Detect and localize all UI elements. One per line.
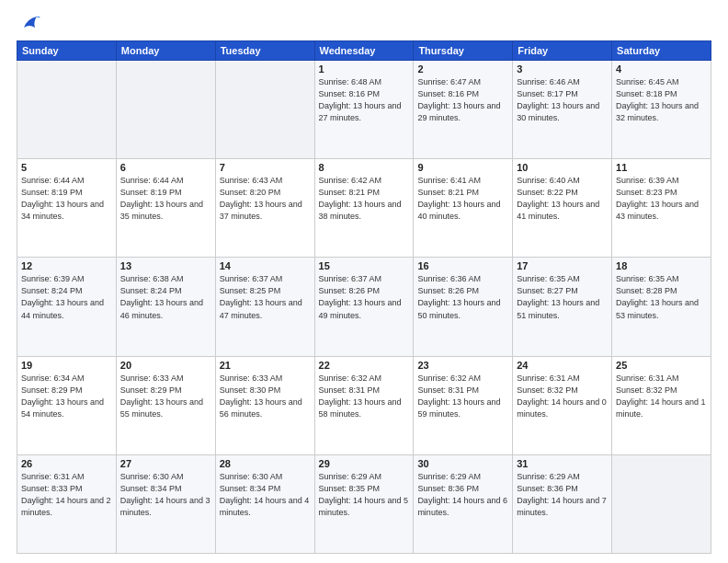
calendar-cell: 5Sunrise: 6:44 AM Sunset: 8:19 PM Daylig… <box>17 159 117 258</box>
calendar-cell: 17Sunrise: 6:35 AM Sunset: 8:27 PM Dayli… <box>513 258 612 356</box>
day-info: Sunrise: 6:47 AM Sunset: 8:16 PM Dayligh… <box>417 76 508 124</box>
calendar-cell: 18Sunrise: 6:35 AM Sunset: 8:28 PM Dayli… <box>612 258 711 356</box>
day-info: Sunrise: 6:43 AM Sunset: 8:20 PM Dayligh… <box>220 175 311 223</box>
day-number: 4 <box>616 63 707 75</box>
day-number: 26 <box>21 458 112 469</box>
day-number: 11 <box>616 162 707 173</box>
day-number: 9 <box>417 162 508 173</box>
day-info: Sunrise: 6:35 AM Sunset: 8:27 PM Dayligh… <box>517 273 608 321</box>
calendar-cell: 26Sunrise: 6:31 AM Sunset: 8:33 PM Dayli… <box>17 454 117 553</box>
day-info: Sunrise: 6:41 AM Sunset: 8:21 PM Dayligh… <box>417 175 508 223</box>
weekday-header-friday: Friday <box>513 41 612 61</box>
day-info: Sunrise: 6:46 AM Sunset: 8:17 PM Dayligh… <box>517 76 608 124</box>
day-info: Sunrise: 6:31 AM Sunset: 8:32 PM Dayligh… <box>616 373 707 420</box>
day-info: Sunrise: 6:39 AM Sunset: 8:24 PM Dayligh… <box>21 273 112 321</box>
calendar-cell <box>17 61 117 159</box>
day-info: Sunrise: 6:37 AM Sunset: 8:26 PM Dayligh… <box>319 273 410 321</box>
weekday-header-tuesday: Tuesday <box>215 41 314 61</box>
day-info: Sunrise: 6:40 AM Sunset: 8:22 PM Dayligh… <box>517 175 608 223</box>
day-number: 1 <box>319 63 410 75</box>
page: SundayMondayTuesdayWednesdayThursdayFrid… <box>0 0 728 563</box>
calendar-cell: 12Sunrise: 6:39 AM Sunset: 8:24 PM Dayli… <box>17 258 117 356</box>
calendar-cell: 9Sunrise: 6:41 AM Sunset: 8:21 PM Daylig… <box>414 159 513 258</box>
day-info: Sunrise: 6:29 AM Sunset: 8:36 PM Dayligh… <box>517 471 608 519</box>
day-info: Sunrise: 6:31 AM Sunset: 8:32 PM Dayligh… <box>517 373 608 420</box>
calendar-cell: 21Sunrise: 6:33 AM Sunset: 8:30 PM Dayli… <box>215 356 314 454</box>
day-number: 30 <box>417 458 508 469</box>
weekday-header-monday: Monday <box>116 41 215 61</box>
calendar-cell: 14Sunrise: 6:37 AM Sunset: 8:25 PM Dayli… <box>215 258 314 356</box>
day-number: 13 <box>120 260 211 271</box>
day-info: Sunrise: 6:36 AM Sunset: 8:26 PM Dayligh… <box>417 273 508 321</box>
calendar-cell: 19Sunrise: 6:34 AM Sunset: 8:29 PM Dayli… <box>17 356 117 454</box>
calendar-cell: 11Sunrise: 6:39 AM Sunset: 8:23 PM Dayli… <box>612 159 711 258</box>
logo-bird-icon <box>20 15 40 31</box>
calendar-cell: 27Sunrise: 6:30 AM Sunset: 8:34 PM Dayli… <box>116 454 215 553</box>
day-number: 8 <box>319 162 410 173</box>
day-number: 28 <box>220 458 311 469</box>
calendar-cell: 28Sunrise: 6:30 AM Sunset: 8:34 PM Dayli… <box>215 454 314 553</box>
day-number: 5 <box>21 162 112 173</box>
calendar-cell: 24Sunrise: 6:31 AM Sunset: 8:32 PM Dayli… <box>513 356 612 454</box>
day-number: 21 <box>220 360 311 371</box>
day-info: Sunrise: 6:32 AM Sunset: 8:31 PM Dayligh… <box>319 373 410 420</box>
weekday-header-thursday: Thursday <box>414 41 513 61</box>
calendar-cell: 8Sunrise: 6:42 AM Sunset: 8:21 PM Daylig… <box>314 159 414 258</box>
day-number: 14 <box>220 260 311 271</box>
calendar-cell: 25Sunrise: 6:31 AM Sunset: 8:32 PM Dayli… <box>612 356 711 454</box>
calendar-cell <box>215 61 314 159</box>
day-number: 6 <box>120 162 211 173</box>
weekday-header-sunday: Sunday <box>17 41 117 61</box>
weekday-header-wednesday: Wednesday <box>314 41 414 61</box>
day-info: Sunrise: 6:30 AM Sunset: 8:34 PM Dayligh… <box>220 471 311 519</box>
day-number: 20 <box>120 360 211 371</box>
day-info: Sunrise: 6:33 AM Sunset: 8:30 PM Dayligh… <box>220 373 311 420</box>
day-number: 2 <box>417 63 508 75</box>
day-info: Sunrise: 6:42 AM Sunset: 8:21 PM Dayligh… <box>319 175 410 223</box>
day-info: Sunrise: 6:34 AM Sunset: 8:29 PM Dayligh… <box>21 373 112 420</box>
day-number: 18 <box>616 260 707 271</box>
day-number: 19 <box>21 360 112 371</box>
day-number: 31 <box>517 458 608 469</box>
calendar-cell: 2Sunrise: 6:47 AM Sunset: 8:16 PM Daylig… <box>414 61 513 159</box>
day-number: 15 <box>319 260 410 271</box>
calendar-cell: 30Sunrise: 6:29 AM Sunset: 8:36 PM Dayli… <box>414 454 513 553</box>
day-number: 25 <box>616 360 707 371</box>
day-number: 23 <box>417 360 508 371</box>
calendar-cell <box>116 61 215 159</box>
day-number: 16 <box>417 260 508 271</box>
day-info: Sunrise: 6:33 AM Sunset: 8:29 PM Dayligh… <box>120 373 211 420</box>
week-row-5: 26Sunrise: 6:31 AM Sunset: 8:33 PM Dayli… <box>17 454 711 553</box>
day-number: 22 <box>319 360 410 371</box>
calendar-cell: 7Sunrise: 6:43 AM Sunset: 8:20 PM Daylig… <box>215 159 314 258</box>
week-row-1: 1Sunrise: 6:48 AM Sunset: 8:16 PM Daylig… <box>17 61 711 159</box>
day-info: Sunrise: 6:32 AM Sunset: 8:31 PM Dayligh… <box>417 373 508 420</box>
logo <box>17 15 42 31</box>
week-row-4: 19Sunrise: 6:34 AM Sunset: 8:29 PM Dayli… <box>17 356 711 454</box>
calendar-cell: 6Sunrise: 6:44 AM Sunset: 8:19 PM Daylig… <box>116 159 215 258</box>
day-info: Sunrise: 6:45 AM Sunset: 8:18 PM Dayligh… <box>616 76 707 124</box>
calendar-cell <box>612 454 711 553</box>
day-info: Sunrise: 6:39 AM Sunset: 8:23 PM Dayligh… <box>616 175 707 223</box>
day-number: 10 <box>517 162 608 173</box>
day-info: Sunrise: 6:44 AM Sunset: 8:19 PM Dayligh… <box>120 175 211 223</box>
calendar-cell: 10Sunrise: 6:40 AM Sunset: 8:22 PM Dayli… <box>513 159 612 258</box>
calendar-cell: 3Sunrise: 6:46 AM Sunset: 8:17 PM Daylig… <box>513 61 612 159</box>
calendar-cell: 15Sunrise: 6:37 AM Sunset: 8:26 PM Dayli… <box>314 258 414 356</box>
day-number: 24 <box>517 360 608 371</box>
day-info: Sunrise: 6:29 AM Sunset: 8:35 PM Dayligh… <box>319 471 410 519</box>
day-number: 3 <box>517 63 608 75</box>
week-row-2: 5Sunrise: 6:44 AM Sunset: 8:19 PM Daylig… <box>17 159 711 258</box>
calendar-cell: 4Sunrise: 6:45 AM Sunset: 8:18 PM Daylig… <box>612 61 711 159</box>
day-info: Sunrise: 6:30 AM Sunset: 8:34 PM Dayligh… <box>120 471 211 519</box>
calendar-cell: 20Sunrise: 6:33 AM Sunset: 8:29 PM Dayli… <box>116 356 215 454</box>
day-number: 7 <box>220 162 311 173</box>
calendar-cell: 31Sunrise: 6:29 AM Sunset: 8:36 PM Dayli… <box>513 454 612 553</box>
calendar-cell: 29Sunrise: 6:29 AM Sunset: 8:35 PM Dayli… <box>314 454 414 553</box>
day-number: 27 <box>120 458 211 469</box>
weekday-header-row: SundayMondayTuesdayWednesdayThursdayFrid… <box>17 41 711 61</box>
week-row-3: 12Sunrise: 6:39 AM Sunset: 8:24 PM Dayli… <box>17 258 711 356</box>
calendar-cell: 16Sunrise: 6:36 AM Sunset: 8:26 PM Dayli… <box>414 258 513 356</box>
weekday-header-saturday: Saturday <box>612 41 711 61</box>
logo-text <box>17 15 42 31</box>
